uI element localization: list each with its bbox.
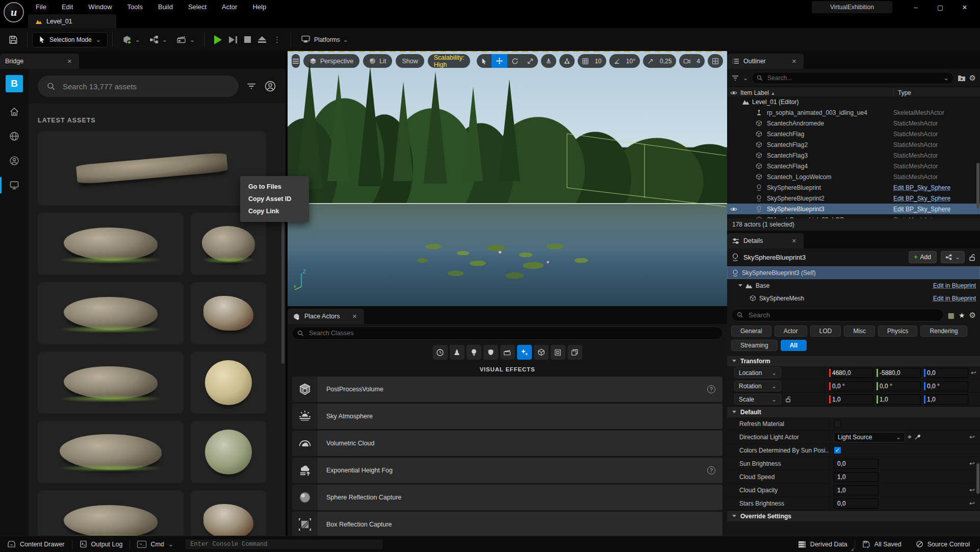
tab-bridge[interactable]: Bridge ✕ <box>0 54 79 69</box>
help-icon[interactable]: ? <box>707 385 715 393</box>
checkbox[interactable] <box>834 420 841 428</box>
asset-thumbnail[interactable] <box>38 131 266 206</box>
reset-to-default-icon[interactable]: ↩ <box>969 460 975 467</box>
clock-category-icon[interactable] <box>433 345 448 360</box>
blueprint-actions-dropdown[interactable]: ⌄ <box>941 251 965 263</box>
sparkles-category-icon[interactable] <box>517 345 532 360</box>
maximize-icon[interactable]: ▢ <box>928 0 952 14</box>
asset-thumbnail[interactable] <box>191 213 266 275</box>
place-actor-item[interactable]: Sphere Reflection Capture <box>292 485 723 510</box>
outliner-row[interactable]: rp_sophia_animated_003_idling_ue4Skeleta… <box>727 107 980 118</box>
asset-thumbnail[interactable] <box>38 421 184 483</box>
scale-dropdown[interactable]: Scale⌄ <box>734 394 781 405</box>
filter-chip-rendering[interactable]: Rendering <box>920 325 967 337</box>
context-menu-item-go-to-files[interactable]: Go to Files <box>240 181 309 193</box>
scale-y-field[interactable]: 1,0 <box>876 394 921 405</box>
add-actor-dropdown[interactable]: ⌄ <box>117 32 145 48</box>
add-component-button[interactable]: + Add <box>909 251 937 263</box>
viewport-lit-dropdown[interactable]: Lit <box>363 54 392 68</box>
outliner-row[interactable]: ScantechFlag2StaticMeshActor <box>727 139 980 150</box>
actor-type-link[interactable]: Edit BP_Sky_Sphere <box>893 195 980 202</box>
asset-thumbnail[interactable] <box>191 282 266 344</box>
asset-thumbnail[interactable] <box>191 352 266 414</box>
geometry-category-icon[interactable] <box>534 345 549 360</box>
rotate-tool-icon[interactable] <box>507 54 523 68</box>
rotation-y-field[interactable]: 0,0 ° <box>876 381 921 391</box>
type-column[interactable]: Type <box>893 89 980 96</box>
filter-chip-actor[interactable]: Actor <box>775 325 807 337</box>
filter-chip-lod[interactable]: LOD <box>810 325 841 337</box>
details-scrollbar[interactable] <box>976 463 979 494</box>
place-actor-item[interactable]: Exponential Height Fog? <box>292 458 723 483</box>
location-x-field[interactable]: 4680,0 <box>829 368 873 378</box>
level-viewport[interactable]: Z x Perspective <box>288 51 727 306</box>
context-menu-item-copy-asset-id[interactable]: Copy Asset ID <box>240 193 309 205</box>
all-classes-category-icon[interactable] <box>568 345 582 360</box>
outliner-row[interactable]: SM_vehCar_vehicle03_LODStaticMeshActor <box>727 214 980 218</box>
menu-window[interactable]: Window <box>81 0 119 14</box>
outliner-row[interactable]: Scantech_LogoWelcomStaticMeshActor <box>727 171 980 182</box>
minimize-icon[interactable]: – <box>904 0 928 14</box>
eyedropper-icon[interactable] <box>914 434 921 440</box>
bridge-search-bar[interactable] <box>38 76 239 97</box>
move-tool-icon[interactable] <box>492 54 507 68</box>
tab-level-01[interactable]: Level_01 <box>28 14 116 28</box>
menu-edit[interactable]: Edit <box>54 0 81 14</box>
stop-icon[interactable] <box>244 36 251 43</box>
filter-icon[interactable] <box>731 75 739 81</box>
default-section-header[interactable]: Default <box>727 406 980 417</box>
reset-to-default-icon[interactable]: ↩ <box>969 486 975 494</box>
eject-icon[interactable] <box>258 36 266 43</box>
output-log-button[interactable]: Output Log <box>72 536 130 552</box>
place-actors-search-input[interactable] <box>308 329 717 337</box>
grid-snap-control[interactable]: 10 <box>578 54 606 68</box>
outliner-row[interactable]: ScantechAndromedeStaticMeshActor <box>727 118 980 129</box>
unreal-logo-icon[interactable]: u <box>4 2 24 22</box>
display-options-icon[interactable]: ▦ <box>948 311 955 319</box>
scale-snap-control[interactable]: 0,25 <box>643 54 676 68</box>
asset-thumbnail[interactable] <box>191 421 266 483</box>
scale-z-field[interactable]: 1,0 <box>923 394 968 405</box>
item-label-column[interactable]: Item Label ▲ <box>740 89 893 96</box>
number-field[interactable]: 1,0 <box>834 485 879 495</box>
override-settings-header[interactable]: Override Settings <box>727 510 980 521</box>
outliner-root-row[interactable]: Level_01 (Editor) <box>727 96 980 107</box>
filter-chip-general[interactable]: General <box>731 325 771 337</box>
edit-in-blueprint-link[interactable]: Edit in Blueprint <box>933 295 976 302</box>
menu-actor[interactable]: Actor <box>214 0 245 14</box>
outliner-settings-icon[interactable]: ⚙ <box>969 73 976 83</box>
menu-tools[interactable]: Tools <box>120 0 150 14</box>
menu-build[interactable]: Build <box>150 0 180 14</box>
rotation-dropdown[interactable]: Rotation⌄ <box>734 381 781 391</box>
number-field[interactable]: 0,0 <box>834 459 879 469</box>
scale-lock-icon[interactable] <box>785 396 791 403</box>
chevron-down-icon[interactable]: ⌄ <box>743 74 748 82</box>
reset-to-default-icon[interactable]: ↩ <box>971 369 976 377</box>
outliner-row[interactable]: SkySphereBlueprint3Edit BP_Sky_Sphere <box>727 204 980 214</box>
details-search-input[interactable] <box>747 311 938 319</box>
location-z-field[interactable]: 0,0 <box>923 368 968 378</box>
transform-section-header[interactable]: Transform <box>727 355 980 366</box>
outliner-row[interactable]: ScantechFlag3StaticMeshActor <box>727 150 980 161</box>
outliner-row[interactable]: SkySphereBlueprintEdit BP_Sky_Sphere <box>727 182 980 193</box>
unlock-icon[interactable] <box>969 254 976 261</box>
platforms-dropdown[interactable]: Platforms ⌄ <box>296 32 353 48</box>
help-icon[interactable]: ? <box>707 466 715 474</box>
location-y-field[interactable]: -5880,0 <box>876 368 921 378</box>
select-tool-icon[interactable] <box>477 54 492 68</box>
filter-chip-misc[interactable]: Misc <box>844 325 875 337</box>
skip-to-next-icon[interactable] <box>229 36 237 43</box>
console-command-input[interactable] <box>189 540 379 548</box>
pick-actor-icon[interactable]: ⌖ <box>908 433 912 441</box>
expand-arrow-icon[interactable] <box>738 284 742 287</box>
selection-mode-dropdown[interactable]: Selection Mode ⌄ <box>32 32 108 47</box>
rotation-z-field[interactable]: 0,0 ° <box>923 381 968 391</box>
asset-thumbnail[interactable] <box>38 213 184 275</box>
outliner-row[interactable]: SkySphereBlueprint2Edit BP_Sky_Sphere <box>727 193 980 204</box>
close-icon[interactable]: ✕ <box>952 0 977 14</box>
outliner-row[interactable]: ScantechFlag4StaticMeshActor <box>727 161 980 171</box>
actor-type-link[interactable]: Edit BP_Sky_Sphere <box>893 184 980 191</box>
edit-in-blueprint-link[interactable]: Edit in Blueprint <box>933 282 976 289</box>
world-local-toggle[interactable] <box>541 54 556 68</box>
asset-thumbnail[interactable] <box>38 352 184 414</box>
